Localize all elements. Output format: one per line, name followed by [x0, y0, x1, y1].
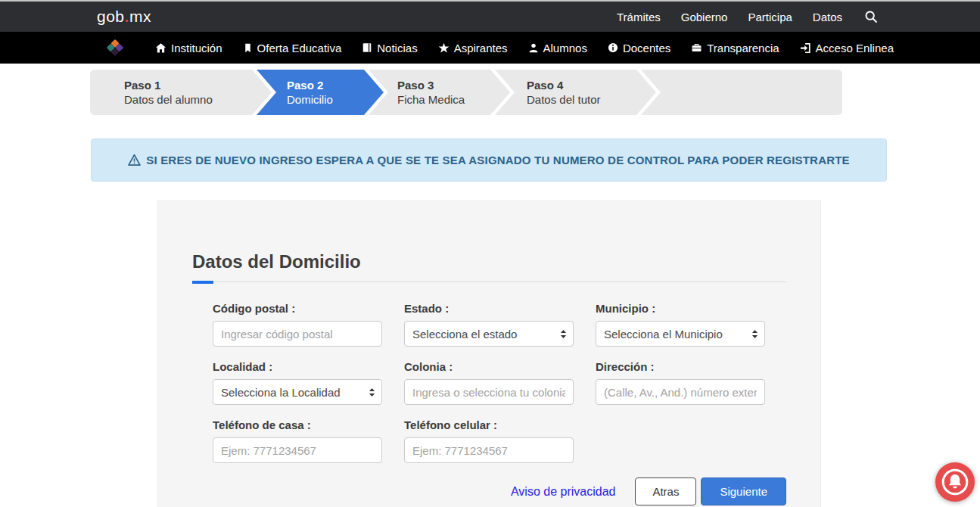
- telefono-casa-input[interactable]: [213, 437, 382, 463]
- person-icon: [528, 42, 539, 54]
- bookmark-icon: [243, 42, 253, 54]
- step-title: Paso 1: [124, 78, 272, 93]
- localidad-select[interactable]: Selecciona la Localidad: [213, 379, 382, 405]
- wizard-filler: [641, 70, 842, 115]
- estado-selected-value: Selecciona el estado: [412, 328, 517, 341]
- search-icon[interactable]: [864, 10, 878, 23]
- field-codigo-postal: Código postal :: [213, 302, 382, 347]
- topbar-link-datos[interactable]: Datos: [813, 11, 842, 23]
- step-title: Paso 2: [287, 78, 384, 93]
- select-arrows-icon: [751, 329, 758, 339]
- field-estado: Estado : Selecciona el estado: [404, 302, 574, 347]
- wizard-step-4[interactable]: Paso 4 Datos del tutor: [495, 70, 656, 115]
- newspaper-icon: [362, 42, 372, 53]
- nav-label: Oferta Educativa: [257, 42, 342, 54]
- field-telefono-celular: Teléfono celular :: [404, 418, 574, 463]
- new-student-info-alert: SI ERES DE NUEVO INGRESO ESPERA A QUE SE…: [91, 138, 887, 182]
- nav-item-transparencia[interactable]: Transparencia: [691, 42, 779, 54]
- home-icon: [155, 42, 166, 54]
- direccion-label: Dirección :: [596, 360, 765, 373]
- alert-text: SI ERES DE NUEVO INGRESO ESPERA A QUE SE…: [146, 154, 850, 166]
- colonia-label: Colonia :: [404, 360, 574, 373]
- wizard-step-1[interactable]: Paso 1 Datos del alumno: [90, 70, 272, 115]
- telefono-celular-input[interactable]: [404, 437, 574, 463]
- localidad-label: Localidad :: [213, 360, 382, 373]
- step-subtitle: Ficha Medica: [397, 92, 510, 107]
- nav-label: Transparencia: [707, 42, 779, 54]
- notification-bell-button[interactable]: [935, 462, 975, 502]
- info-circle-icon: [608, 42, 618, 53]
- codigo-postal-label: Código postal :: [213, 302, 382, 315]
- nav-item-oferta-educativa[interactable]: Oferta Educativa: [243, 42, 342, 54]
- nav-item-aspirantes[interactable]: Aspirantes: [438, 42, 508, 54]
- topbar-link-gobierno[interactable]: Gobierno: [681, 11, 728, 23]
- topbar-link-participa[interactable]: Participa: [748, 11, 792, 23]
- municipio-select[interactable]: Selecciona el Municipio: [596, 321, 765, 347]
- nav-item-alumnos[interactable]: Alumnos: [528, 42, 587, 54]
- sign-in-icon: [800, 42, 811, 54]
- topbar-link-tramites[interactable]: Trámites: [617, 11, 661, 23]
- step-subtitle: Datos del tutor: [527, 92, 656, 107]
- nav-label: Docentes: [623, 42, 670, 54]
- select-arrows-icon: [560, 329, 567, 339]
- municipio-selected-value: Selecciona el Municipio: [604, 328, 723, 341]
- nav-item-docentes[interactable]: Docentes: [608, 42, 670, 54]
- nav-label: Institución: [171, 42, 222, 54]
- wizard-step-3[interactable]: Paso 3 Ficha Medica: [369, 70, 510, 115]
- warning-triangle-icon: [128, 154, 141, 166]
- nav-item-acceso-enlinea[interactable]: Acceso Enlinea: [800, 42, 894, 54]
- form-title: Datos del Domicilio: [192, 251, 786, 272]
- privacy-notice-link[interactable]: Aviso de privacidad: [511, 485, 615, 499]
- gobmx-logo-gob: gob: [97, 8, 125, 25]
- colonia-input[interactable]: [404, 379, 574, 405]
- estado-select[interactable]: Selecciona el estado: [404, 321, 574, 347]
- telefono-celular-label: Teléfono celular :: [404, 418, 574, 431]
- wizard-step-2-active[interactable]: Paso 2 Domicilio: [257, 70, 384, 115]
- step-subtitle: Datos del alumno: [124, 92, 272, 107]
- star-icon: [438, 42, 450, 54]
- form-footer: Aviso de privacidad Atras Siguiente: [192, 477, 786, 505]
- empty-cell: [596, 418, 765, 463]
- select-arrows-icon: [369, 387, 375, 397]
- domicilio-form-panel: Datos del Domicilio Código postal : Esta…: [157, 201, 821, 507]
- field-telefono-casa: Teléfono de casa :: [213, 418, 382, 463]
- field-colonia: Colonia :: [404, 360, 574, 405]
- briefcase-icon: [691, 42, 702, 53]
- telefono-casa-label: Teléfono de casa :: [213, 418, 382, 431]
- nav-item-noticias[interactable]: Noticias: [362, 42, 417, 54]
- gobmx-logo[interactable]: gob.mx: [97, 8, 151, 26]
- field-municipio: Municipio : Selecciona el Municipio: [596, 302, 765, 347]
- government-topbar: gob.mx Trámites Gobierno Participa Datos: [0, 0, 980, 32]
- nav-label: Alumnos: [543, 42, 587, 54]
- topbar-links: Trámites Gobierno Participa Datos: [617, 10, 878, 23]
- localidad-selected-value: Selecciona la Localidad: [221, 386, 341, 399]
- step-subtitle: Domicilio: [287, 92, 384, 107]
- codigo-postal-input[interactable]: [213, 321, 382, 347]
- nav-label: Aspirantes: [454, 42, 508, 54]
- direccion-input[interactable]: [596, 379, 765, 405]
- municipio-label: Municipio :: [596, 302, 765, 315]
- field-localidad: Localidad : Selecciona la Localidad: [213, 360, 382, 405]
- next-button[interactable]: Siguiente: [701, 477, 786, 505]
- nav-label: Noticias: [377, 42, 417, 54]
- estado-label: Estado :: [404, 302, 574, 315]
- nav-label: Acceso Enlinea: [816, 42, 894, 54]
- back-button[interactable]: Atras: [635, 477, 696, 505]
- step-title: Paso 4: [527, 78, 656, 93]
- step-title: Paso 3: [397, 78, 510, 93]
- gobmx-logo-mx: mx: [129, 8, 151, 25]
- field-direccion: Dirección :: [596, 360, 765, 405]
- institution-brand-icon[interactable]: [106, 39, 124, 57]
- registration-step-wizard: Paso 1 Datos del alumno Paso 2 Domicilio…: [90, 70, 842, 115]
- institution-navbar: Institución Oferta Educativa Noticias As…: [0, 32, 980, 64]
- bell-icon: [938, 465, 972, 499]
- title-divider: [192, 281, 786, 282]
- nav-item-institucion[interactable]: Institución: [155, 42, 222, 54]
- form-grid: Código postal : Estado : Selecciona el e…: [213, 302, 786, 463]
